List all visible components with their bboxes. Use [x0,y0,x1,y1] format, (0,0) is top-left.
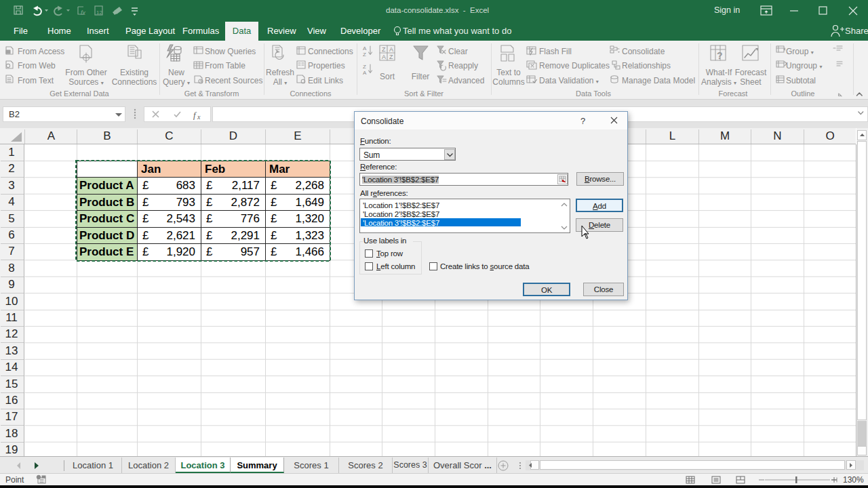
svg-text:Z: Z [382,46,386,53]
svg-text:A: A [382,54,386,60]
svg-text:Z: Z [363,52,366,58]
svg-text:x: x [197,113,201,121]
svg-text:A: A [389,46,393,53]
svg-text:fx: fx [81,9,86,16]
svg-text:?: ? [717,50,723,61]
svg-text:A: A [363,45,367,52]
svg-text:Z: Z [389,54,393,60]
svg-text:12: 12 [96,9,102,16]
svg-text:Z: Z [363,64,366,70]
